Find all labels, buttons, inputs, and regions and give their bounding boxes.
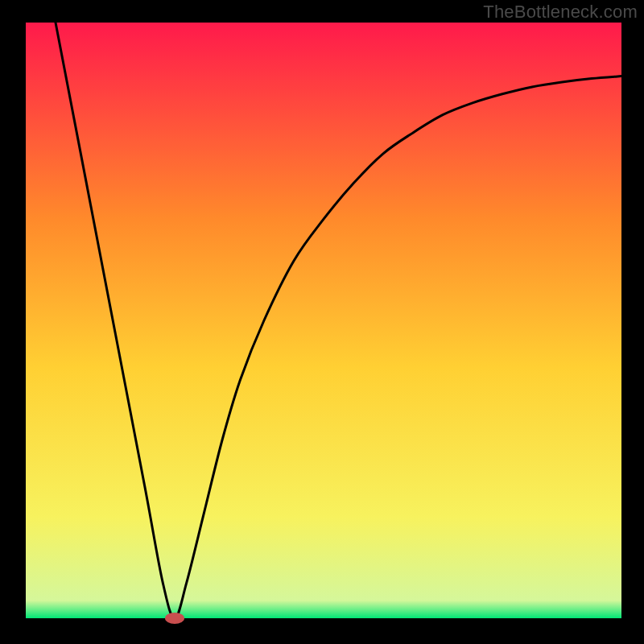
plot-background <box>26 23 621 618</box>
optimal-point-marker <box>165 613 184 624</box>
chart-outer-frame: TheBottleneck.com <box>0 0 644 644</box>
watermark-text: TheBottleneck.com <box>483 2 638 23</box>
bottleneck-chart <box>0 0 644 644</box>
